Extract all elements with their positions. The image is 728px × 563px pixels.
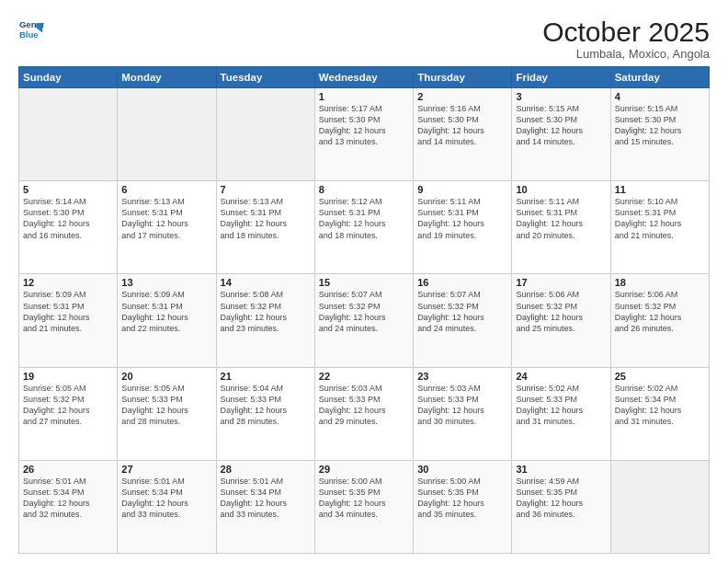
calendar-cell [610,460,709,553]
day-info: Sunrise: 5:02 AM Sunset: 5:34 PM Dayligh… [615,383,705,428]
day-info: Sunrise: 5:13 AM Sunset: 5:31 PM Dayligh… [221,196,311,241]
calendar-cell [118,88,216,181]
calendar-cell: 28Sunrise: 5:01 AM Sunset: 5:34 PM Dayli… [216,460,314,553]
day-number: 1 [319,91,409,102]
day-info: Sunrise: 5:15 AM Sunset: 5:30 PM Dayligh… [516,103,606,148]
header: General Blue October 2025 Lumbala, Moxic… [18,17,710,61]
day-number: 12 [23,277,113,288]
day-number: 2 [417,91,507,102]
day-info: Sunrise: 5:09 AM Sunset: 5:31 PM Dayligh… [23,289,113,334]
day-info: Sunrise: 5:15 AM Sunset: 5:30 PM Dayligh… [615,103,705,148]
day-number: 8 [319,184,409,195]
day-info: Sunrise: 5:05 AM Sunset: 5:33 PM Dayligh… [121,383,211,428]
day-info: Sunrise: 5:01 AM Sunset: 5:34 PM Dayligh… [23,476,113,521]
day-info: Sunrise: 5:10 AM Sunset: 5:31 PM Dayligh… [615,196,705,241]
weekday-header-tuesday: Tuesday [216,67,314,88]
day-number: 19 [23,371,113,382]
day-number: 29 [319,464,409,475]
day-number: 27 [121,464,211,475]
day-info: Sunrise: 5:07 AM Sunset: 5:32 PM Dayligh… [319,289,409,334]
calendar-cell: 31Sunrise: 4:59 AM Sunset: 5:35 PM Dayli… [512,460,610,553]
calendar-cell: 2Sunrise: 5:16 AM Sunset: 5:30 PM Daylig… [414,88,512,181]
calendar-cell: 6Sunrise: 5:13 AM Sunset: 5:31 PM Daylig… [118,181,216,274]
calendar-cell: 20Sunrise: 5:05 AM Sunset: 5:33 PM Dayli… [118,367,216,460]
day-info: Sunrise: 5:06 AM Sunset: 5:32 PM Dayligh… [615,289,705,334]
day-number: 11 [615,184,705,195]
weekday-header-sunday: Sunday [19,67,118,88]
day-number: 7 [221,184,311,195]
day-info: Sunrise: 5:03 AM Sunset: 5:33 PM Dayligh… [417,383,507,428]
calendar-cell: 13Sunrise: 5:09 AM Sunset: 5:31 PM Dayli… [118,274,216,367]
weekday-header-saturday: Saturday [610,67,709,88]
day-info: Sunrise: 5:11 AM Sunset: 5:31 PM Dayligh… [516,196,606,241]
weekday-header-wednesday: Wednesday [314,67,413,88]
day-info: Sunrise: 5:01 AM Sunset: 5:34 PM Dayligh… [121,476,211,521]
calendar-cell: 17Sunrise: 5:06 AM Sunset: 5:32 PM Dayli… [512,274,610,367]
calendar-cell: 26Sunrise: 5:01 AM Sunset: 5:34 PM Dayli… [19,460,118,553]
day-info: Sunrise: 5:04 AM Sunset: 5:33 PM Dayligh… [221,383,311,428]
day-info: Sunrise: 5:08 AM Sunset: 5:32 PM Dayligh… [221,289,311,334]
calendar-cell: 10Sunrise: 5:11 AM Sunset: 5:31 PM Dayli… [512,181,610,274]
calendar-week-4: 26Sunrise: 5:01 AM Sunset: 5:34 PM Dayli… [19,460,710,553]
calendar-cell: 8Sunrise: 5:12 AM Sunset: 5:31 PM Daylig… [314,181,413,274]
calendar-table: SundayMondayTuesdayWednesdayThursdayFrid… [18,66,710,554]
calendar-cell: 30Sunrise: 5:00 AM Sunset: 5:35 PM Dayli… [414,460,512,553]
title-block: October 2025 Lumbala, Moxico, Angola [542,17,710,61]
day-number: 21 [221,371,311,382]
day-number: 4 [615,91,705,102]
calendar-cell [216,88,314,181]
day-info: Sunrise: 5:00 AM Sunset: 5:35 PM Dayligh… [319,476,409,521]
day-number: 15 [319,277,409,288]
day-number: 31 [516,464,606,475]
day-number: 18 [615,277,705,288]
weekday-header-friday: Friday [512,67,610,88]
day-number: 20 [121,371,211,382]
weekday-header-monday: Monday [118,67,216,88]
weekday-header-thursday: Thursday [414,67,512,88]
day-number: 17 [516,277,606,288]
day-info: Sunrise: 5:13 AM Sunset: 5:31 PM Dayligh… [121,196,211,241]
day-number: 3 [516,91,606,102]
day-number: 28 [221,464,311,475]
calendar-cell: 3Sunrise: 5:15 AM Sunset: 5:30 PM Daylig… [512,88,610,181]
day-info: Sunrise: 5:01 AM Sunset: 5:34 PM Dayligh… [221,476,311,521]
day-number: 13 [121,277,211,288]
day-info: Sunrise: 5:00 AM Sunset: 5:35 PM Dayligh… [417,476,507,521]
day-info: Sunrise: 5:17 AM Sunset: 5:30 PM Dayligh… [319,103,409,148]
day-number: 23 [417,371,507,382]
day-info: Sunrise: 5:16 AM Sunset: 5:30 PM Dayligh… [417,103,507,148]
calendar-week-2: 12Sunrise: 5:09 AM Sunset: 5:31 PM Dayli… [19,274,710,367]
calendar-cell: 29Sunrise: 5:00 AM Sunset: 5:35 PM Dayli… [314,460,413,553]
calendar-cell: 1Sunrise: 5:17 AM Sunset: 5:30 PM Daylig… [314,88,413,181]
day-number: 14 [221,277,311,288]
calendar-cell: 5Sunrise: 5:14 AM Sunset: 5:30 PM Daylig… [19,181,118,274]
calendar-cell: 16Sunrise: 5:07 AM Sunset: 5:32 PM Dayli… [414,274,512,367]
calendar-cell: 25Sunrise: 5:02 AM Sunset: 5:34 PM Dayli… [610,367,709,460]
day-info: Sunrise: 5:03 AM Sunset: 5:33 PM Dayligh… [319,383,409,428]
day-info: Sunrise: 5:02 AM Sunset: 5:33 PM Dayligh… [516,383,606,428]
calendar-cell: 4Sunrise: 5:15 AM Sunset: 5:30 PM Daylig… [610,88,709,181]
calendar-cell [19,88,118,181]
day-info: Sunrise: 5:06 AM Sunset: 5:32 PM Dayligh… [516,289,606,334]
calendar-cell: 15Sunrise: 5:07 AM Sunset: 5:32 PM Dayli… [314,274,413,367]
day-info: Sunrise: 5:05 AM Sunset: 5:32 PM Dayligh… [23,383,113,428]
page: General Blue October 2025 Lumbala, Moxic… [0,0,728,563]
calendar-cell: 23Sunrise: 5:03 AM Sunset: 5:33 PM Dayli… [414,367,512,460]
calendar-cell: 21Sunrise: 5:04 AM Sunset: 5:33 PM Dayli… [216,367,314,460]
day-info: Sunrise: 5:14 AM Sunset: 5:30 PM Dayligh… [23,196,113,241]
day-number: 26 [23,464,113,475]
svg-text:Blue: Blue [19,29,39,40]
day-info: Sunrise: 5:09 AM Sunset: 5:31 PM Dayligh… [121,289,211,334]
calendar-week-3: 19Sunrise: 5:05 AM Sunset: 5:32 PM Dayli… [19,367,710,460]
logo-icon: General Blue [18,17,44,42]
month-title: October 2025 [542,17,710,47]
weekday-header-row: SundayMondayTuesdayWednesdayThursdayFrid… [19,67,710,88]
day-number: 25 [615,371,705,382]
calendar-cell: 14Sunrise: 5:08 AM Sunset: 5:32 PM Dayli… [216,274,314,367]
calendar-cell: 24Sunrise: 5:02 AM Sunset: 5:33 PM Dayli… [512,367,610,460]
day-number: 6 [121,184,211,195]
location: Lumbala, Moxico, Angola [542,47,710,61]
day-info: Sunrise: 5:07 AM Sunset: 5:32 PM Dayligh… [417,289,507,334]
day-number: 5 [23,184,113,195]
day-number: 16 [417,277,507,288]
